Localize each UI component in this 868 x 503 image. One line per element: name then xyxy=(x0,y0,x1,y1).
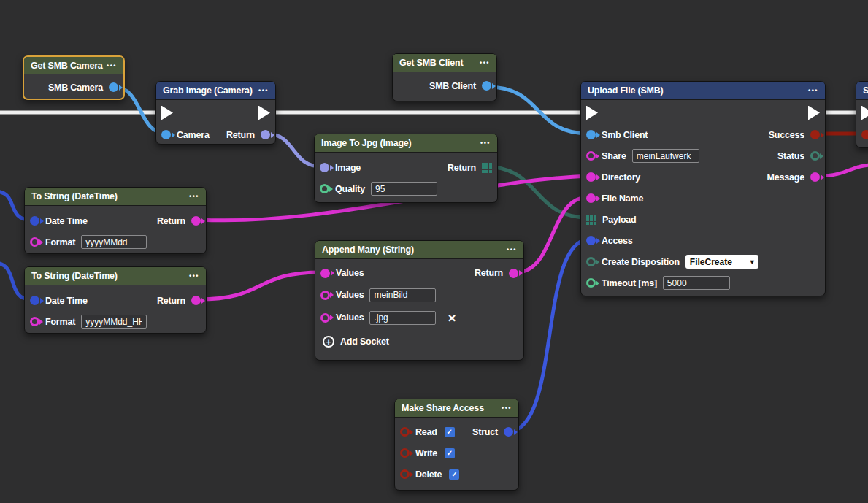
format-field[interactable] xyxy=(81,315,147,329)
pin-values-input-1[interactable] xyxy=(320,269,330,278)
node-to-string-datetime-1[interactable]: To String (DateTime) ••• Date Time Retur… xyxy=(24,187,207,254)
node-title: To String (DateTime) xyxy=(31,191,118,201)
write-checkbox[interactable]: ✓ xyxy=(445,448,455,458)
format-field[interactable] xyxy=(81,235,147,249)
pin-label-read: Read xyxy=(415,427,437,437)
pin-label-return: Return xyxy=(157,296,185,306)
pin-return-output[interactable] xyxy=(191,216,201,226)
delete-checkbox[interactable]: ✓ xyxy=(449,469,459,480)
node-menu-icon[interactable]: ••• xyxy=(258,87,269,94)
pin-label-quality: Quality xyxy=(335,184,365,194)
node-title: Get SMB Client xyxy=(399,58,463,68)
pin-date-time-input[interactable] xyxy=(30,216,39,226)
node-upload-file[interactable]: Upload File (SMB) ••• Smb Client Success xyxy=(580,81,826,296)
pin-smb-client-output[interactable] xyxy=(482,81,491,91)
pin-camera-input[interactable] xyxy=(161,130,171,139)
node-menu-icon[interactable]: ••• xyxy=(189,272,199,280)
pin-file-name-input[interactable] xyxy=(586,193,596,203)
exec-in-pin[interactable] xyxy=(161,106,173,120)
pin-label-format: Format xyxy=(45,317,75,327)
node-partial-right[interactable]: S xyxy=(856,81,868,148)
create-disposition-select[interactable]: FileCreate ▾ xyxy=(685,255,758,269)
node-grab-image[interactable]: Grab Image (Camera) ••• Camera Return xyxy=(155,81,276,145)
wire-tostring2-return-to-values[interactable] xyxy=(199,272,321,299)
wire-smb-client-to-smb-client[interactable] xyxy=(488,87,588,134)
pin-access-input[interactable] xyxy=(586,236,596,245)
pin-label-write: Write xyxy=(415,448,437,458)
node-get-smb-camera[interactable]: Get SMB Camera ••• SMB Camera xyxy=(23,55,125,100)
pin-format-input[interactable] xyxy=(30,317,39,326)
pin-success-output[interactable] xyxy=(810,130,820,139)
add-socket-label[interactable]: Add Socket xyxy=(340,337,389,347)
timeout-field[interactable] xyxy=(663,276,730,290)
pin-smb-client-input[interactable] xyxy=(586,130,596,139)
pin-values-input-3[interactable] xyxy=(320,313,330,323)
node-title: Get SMB Camera xyxy=(31,61,103,71)
pin-return-output[interactable] xyxy=(191,296,201,305)
wire-message-to-right[interactable] xyxy=(818,165,868,176)
node-title: To String (DateTime) xyxy=(31,271,118,281)
exec-in-pin[interactable] xyxy=(586,106,598,120)
exec-out-pin[interactable] xyxy=(258,106,270,120)
quality-field[interactable] xyxy=(371,182,437,196)
read-checkbox[interactable]: ✓ xyxy=(445,427,455,437)
pin-smb-camera-output[interactable] xyxy=(109,82,118,92)
pin-format-input[interactable] xyxy=(30,237,39,247)
pin-return-output[interactable] xyxy=(261,130,270,139)
node-menu-icon[interactable]: ••• xyxy=(502,404,512,412)
pin-label-directory: Directory xyxy=(602,172,640,183)
values-field-2[interactable] xyxy=(369,288,436,302)
node-title: Upload File (SMB) xyxy=(588,85,664,96)
wire-jpg-return-to-payload[interactable] xyxy=(484,166,588,218)
node-menu-icon[interactable]: ••• xyxy=(507,246,517,253)
node-menu-icon[interactable]: ••• xyxy=(480,139,491,147)
pin-label-payload: Payload xyxy=(602,215,637,225)
node-title: Image To Jpg (Image) xyxy=(321,138,412,148)
node-menu-icon[interactable]: ••• xyxy=(107,62,117,69)
node-editor-canvas[interactable]: Get SMB Camera ••• SMB Camera Grab Image… xyxy=(0,0,868,503)
node-header[interactable]: Get SMB Camera ••• xyxy=(24,57,123,74)
pin-label-values-2: Values xyxy=(336,290,364,300)
pin-label-return: Return xyxy=(448,163,476,173)
pin-read-input[interactable] xyxy=(400,427,410,437)
pin-message-output[interactable] xyxy=(810,172,820,182)
pin-quality-input[interactable] xyxy=(320,184,329,193)
node-title: Make Share Access xyxy=(402,403,484,413)
pin-struct-output[interactable] xyxy=(504,427,513,437)
pin-values-input-2[interactable] xyxy=(320,291,330,300)
pin-label-share: Share xyxy=(602,151,626,161)
pin-share-input[interactable] xyxy=(586,151,596,161)
pin-delete-input[interactable] xyxy=(400,469,410,479)
exec-in-pin[interactable] xyxy=(861,106,868,120)
node-image-to-jpg[interactable]: Image To Jpg (Image) ••• Image Return Qu… xyxy=(314,134,498,203)
pin-label-message: Message xyxy=(767,172,804,183)
pin-payload-bytearray-input[interactable] xyxy=(586,215,596,225)
pin-timeout-input[interactable] xyxy=(586,278,596,288)
share-field[interactable] xyxy=(632,149,699,163)
node-menu-icon[interactable]: ••• xyxy=(189,193,199,200)
values-field-3[interactable] xyxy=(369,311,436,325)
pin-return-bytearray-output[interactable] xyxy=(482,163,492,173)
node-title: Grab Image (Camera) xyxy=(163,85,253,96)
pin-directory-input[interactable] xyxy=(586,172,596,182)
pin-bool-input[interactable] xyxy=(861,130,868,139)
add-socket-icon[interactable]: + xyxy=(323,336,334,348)
node-to-string-datetime-2[interactable]: To String (DateTime) ••• Date Time Retur… xyxy=(24,266,207,334)
pin-status-output[interactable] xyxy=(810,151,820,161)
node-append-many[interactable]: Append Many (String) ••• Values Return V… xyxy=(315,240,524,361)
pin-create-disposition-input[interactable] xyxy=(586,257,596,266)
pin-image-input[interactable] xyxy=(320,163,329,172)
pin-label-return: Return xyxy=(226,130,255,140)
pin-return-output[interactable] xyxy=(509,269,518,278)
pin-date-time-input[interactable] xyxy=(30,296,39,305)
node-menu-icon[interactable]: ••• xyxy=(808,87,818,94)
pin-write-input[interactable] xyxy=(400,448,410,458)
remove-socket-icon[interactable]: × xyxy=(448,311,456,325)
node-title: S xyxy=(863,85,868,96)
pin-label-access: Access xyxy=(602,236,633,246)
node-get-smb-client[interactable]: Get SMB Client ••• SMB Client xyxy=(392,53,497,101)
node-menu-icon[interactable]: ••• xyxy=(480,59,490,66)
exec-out-pin[interactable] xyxy=(808,106,820,120)
pin-label-smb-client: SMB Client xyxy=(429,81,476,91)
node-make-share-access[interactable]: Make Share Access ••• Read ✓ Struct Writ… xyxy=(394,399,519,491)
